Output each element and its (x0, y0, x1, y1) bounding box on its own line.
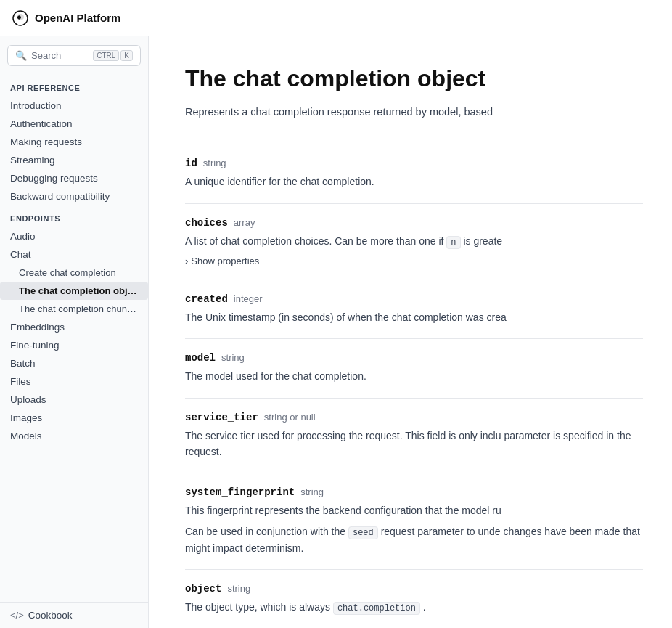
field-model: model string The model used for the chat… (185, 338, 643, 397)
field-id-header: id string (185, 158, 643, 169)
sidebar-item-chat-completion-object[interactable]: The chat completion object (0, 282, 148, 300)
field-id-name: id (185, 158, 197, 169)
field-model-description: The model used for the chat completion. (185, 368, 643, 384)
field-choices-description: A list of chat completion choices. Can b… (185, 233, 643, 250)
field-choices-header: choices array (185, 217, 643, 229)
field-created: created integer The Unix timestamp (in s… (185, 280, 643, 338)
logo-area[interactable]: OpenAI Platform (12, 9, 120, 27)
field-model-type: string (221, 352, 245, 363)
field-service-tier-name: service_tier (185, 412, 258, 423)
field-id-type: string (203, 158, 226, 168)
chat-completion-code: chat.completion (333, 602, 420, 615)
sidebar-item-backward-compatibility[interactable]: Backward compatibility (0, 187, 148, 205)
choices-chevron-icon: › (185, 256, 188, 266)
sidebar-item-fine-tuning[interactable]: Fine-tuning (0, 336, 148, 354)
sidebar-item-files[interactable]: Files (0, 372, 148, 391)
field-object-name: object (185, 583, 221, 595)
field-model-name: model (185, 352, 216, 364)
field-model-header: model string (185, 352, 643, 364)
field-choices: choices array A list of chat completion … (185, 203, 643, 280)
field-system-fingerprint-desc2: Can be used in conjunction with the seed… (185, 523, 643, 557)
sidebar-item-batch[interactable]: Batch (0, 354, 148, 372)
field-id: id string A unique identifier for the ch… (185, 144, 643, 203)
field-created-header: created integer (185, 293, 643, 305)
logo-text: OpenAI Platform (35, 12, 120, 24)
field-system-fingerprint-type: string (300, 486, 324, 497)
k-key: K (120, 50, 133, 61)
field-choices-type: array (234, 217, 255, 228)
cookbook-label: Cookbook (28, 610, 73, 621)
sidebar-item-streaming[interactable]: Streaming (0, 151, 148, 169)
openai-logo-icon (12, 9, 29, 27)
field-system-fingerprint-header: system_fingerprint string (185, 486, 643, 498)
cookbook-item[interactable]: </> Cookbook (10, 610, 138, 621)
field-system-fingerprint-desc1: This fingerprint represents the backend … (185, 502, 643, 518)
field-created-name: created (185, 293, 228, 305)
field-choices-name: choices (185, 217, 228, 229)
field-created-type: integer (234, 293, 263, 304)
field-object-type: string (227, 583, 250, 594)
choices-show-properties-label: Show properties (191, 256, 259, 266)
choices-show-properties[interactable]: › Show properties (185, 256, 643, 266)
field-system-fingerprint-name: system_fingerprint (185, 486, 295, 498)
sidebar-item-making-requests[interactable]: Making requests (0, 133, 148, 151)
search-box[interactable]: 🔍 Search CTRL K (7, 45, 141, 66)
cookbook-icon: </> (10, 610, 24, 621)
sidebar-item-models[interactable]: Models (0, 427, 148, 445)
main-layout: 🔍 Search CTRL K API REFERENCE Introducti… (0, 36, 672, 628)
sidebar-item-authentication[interactable]: Authentication (0, 115, 148, 133)
ctrl-key: CTRL (93, 50, 119, 61)
field-object-header: object string (185, 583, 643, 595)
field-id-description: A unique identifier for the chat complet… (185, 174, 643, 189)
page-title: The chat completion object (185, 65, 643, 92)
choices-n-code: n (446, 236, 460, 249)
sidebar-item-debugging-requests[interactable]: Debugging requests (0, 169, 148, 187)
page-description: Represents a chat completion response re… (185, 104, 643, 121)
top-header: OpenAI Platform (0, 0, 672, 36)
field-service-tier-description: The service tier used for processing the… (185, 428, 643, 460)
sidebar-item-chat-completion-chunk-object[interactable]: The chat completion chunk object (0, 300, 148, 318)
sidebar-item-chat[interactable]: Chat (0, 245, 148, 264)
field-system-fingerprint: system_fingerprint string This fingerpri… (185, 473, 643, 569)
field-service-tier: service_tier string or null The service … (185, 398, 643, 473)
endpoints-section-label: ENDPOINTS (0, 205, 148, 227)
sidebar-item-create-chat-completion[interactable]: Create chat completion (0, 264, 148, 282)
field-service-tier-type: string or null (264, 412, 316, 423)
search-icon: 🔍 (15, 50, 27, 61)
search-placeholder: Search (31, 50, 89, 61)
api-reference-section-label: API REFERENCE (0, 75, 148, 97)
sidebar-item-embeddings[interactable]: Embeddings (0, 318, 148, 336)
sidebar-item-uploads[interactable]: Uploads (0, 391, 148, 409)
field-object-description: The object type, which is always chat.co… (185, 599, 643, 616)
content-area: The chat completion object Represents a … (149, 36, 672, 628)
field-created-description: The Unix timestamp (in seconds) of when … (185, 309, 643, 325)
field-service-tier-header: service_tier string or null (185, 412, 643, 423)
sidebar: 🔍 Search CTRL K API REFERENCE Introducti… (0, 36, 149, 628)
sidebar-item-images[interactable]: Images (0, 409, 148, 427)
seed-code: seed (348, 526, 378, 539)
sidebar-item-audio[interactable]: Audio (0, 227, 148, 245)
sidebar-nav: API REFERENCE Introduction Authenticatio… (0, 75, 148, 602)
field-object: object string The object type, which is … (185, 569, 643, 628)
search-keyboard-shortcut: CTRL K (93, 50, 133, 61)
sidebar-item-introduction[interactable]: Introduction (0, 97, 148, 115)
sidebar-footer: </> Cookbook (0, 602, 148, 628)
